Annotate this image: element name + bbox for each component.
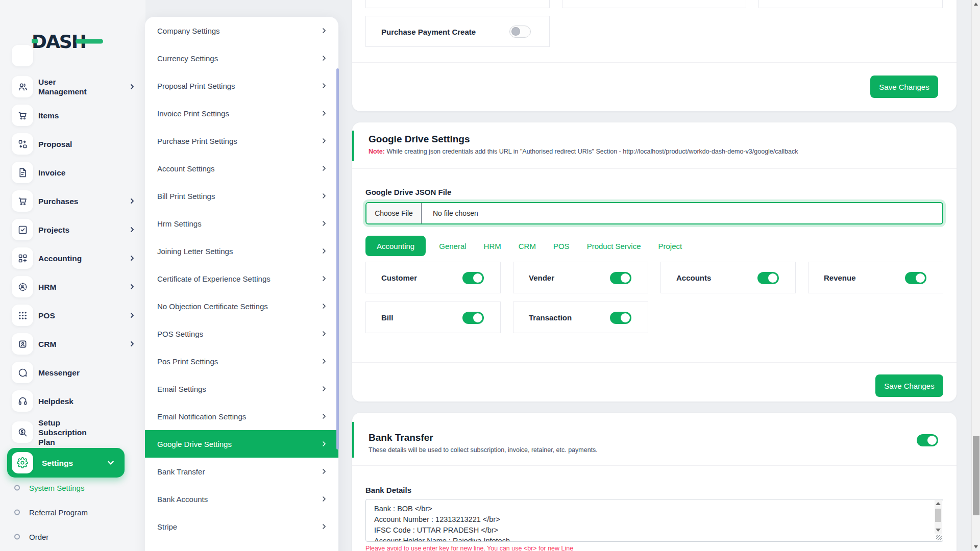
sidebar-item-purchases[interactable]: Purchases [0,187,145,215]
sidebar-item-pos[interactable]: POS [0,301,145,330]
sidebar-item-helpdesk[interactable]: Helpdesk [0,387,145,415]
chevron-right-icon [129,312,135,318]
toggle-label: Purchase Payment Create [381,27,476,36]
textarea-scrollbar[interactable] [935,500,942,534]
file-chosen-text: No file chosen [422,203,478,223]
circle-icon [14,534,20,540]
menu-item-invoice-print-settings[interactable]: Invoice Print Settings [145,99,338,127]
sidebar-subitem-system-settings[interactable]: System Settings [0,478,145,498]
tab-product-service[interactable]: Product Service [587,242,641,251]
save-changes-button[interactable]: Save Changes [875,374,943,397]
menu-item-no-objection-certificate-settings[interactable]: No Objection Certificate Settings [145,292,338,320]
menu-item-account-settings[interactable]: Account Settings [145,155,338,182]
sidebar-item-invoice[interactable]: Invoice [0,158,145,187]
menu-item-currency-settings[interactable]: Currency Settings [145,44,338,72]
sidebar-item-crm[interactable]: CRM [0,330,145,358]
sidebar-item-accounting[interactable]: Accounting [0,244,145,272]
sidebar-item-setup-subscription-plan[interactable]: Setup Subscription Plan [0,415,145,449]
menu-item-email-notification-settings[interactable]: Email Notification Settings [145,403,338,430]
sidebar-subitem-order[interactable]: Order [0,527,145,547]
toggle-label: Customer [381,273,417,282]
gear-icon [12,452,33,473]
menu-item-pos-print-settings[interactable]: Pos Print Settings [145,347,338,375]
setting-cell-partial [758,0,943,8]
sidebar-item-user-management[interactable]: User Management [0,72,145,101]
google-drive-json-file-input[interactable]: Choose File No file chosen [365,202,943,224]
sidebar-item-label: Proposal [38,139,102,149]
page-scrollbar[interactable] [971,0,980,551]
transaction-toggle[interactable] [610,312,631,324]
toggle-label: Vender [529,273,554,282]
menu-item-proposal-print-settings[interactable]: Proposal Print Settings [145,72,338,99]
chevron-right-icon [321,523,327,530]
menu-item-stripe[interactable]: Stripe [145,513,338,540]
menu-item-label: Joining Letter Settings [157,247,233,256]
menu-item-purchase-print-settings[interactable]: Purchase Print Settings [145,127,338,155]
menu-item-paypal[interactable]: Paypal [145,540,338,551]
sidebar-item-hrm[interactable]: HRM [0,272,145,301]
scroll-down-icon[interactable] [974,545,978,548]
bill-toggle[interactable] [462,312,484,324]
menu-item-company-settings[interactable]: Company Settings [145,17,338,44]
card-divider [352,168,957,169]
bank-transfer-toggle[interactable] [917,434,938,446]
menu-item-email-settings[interactable]: Email Settings [145,375,338,403]
scroll-up-icon[interactable] [974,3,978,6]
menu-item-joining-letter-settings[interactable]: Joining Letter Settings [145,237,338,265]
sidebar-item-label: Accounting [38,254,102,263]
page-scroll-thumb[interactable] [973,436,979,515]
purchase-payment-create-toggle[interactable] [509,26,531,38]
pos-grid-icon [12,305,33,326]
scroll-down-icon[interactable] [936,529,941,532]
menu-item-label: Hrm Settings [157,219,202,228]
customer-toggle[interactable] [462,272,484,284]
setting-cell-partial [562,0,746,8]
textarea-scroll-thumb[interactable] [935,509,941,522]
menu-item-label: Email Settings [157,385,206,393]
menu-item-label: Invoice Print Settings [157,109,229,118]
sidebar-subitem-referral-program[interactable]: Referral Program [0,502,145,522]
chevron-right-icon [321,165,327,171]
search-dollar-icon [12,421,33,443]
vender-toggle[interactable] [610,272,631,284]
tab-hrm[interactable]: HRM [484,242,501,251]
menu-item-bank-accounts[interactable]: Bank Accounts [145,485,338,513]
menu-item-label: Bill Print Settings [157,192,215,201]
card-divider [352,465,957,466]
chevron-right-icon [321,248,327,254]
chevron-right-icon [321,331,327,337]
sidebar-item-settings[interactable]: Settings [7,448,125,478]
menu-item-hrm-settings[interactable]: Hrm Settings [145,210,338,237]
toggle-label: Transaction [529,313,572,322]
menu-item-bank-transfer[interactable]: Bank Transfer [145,458,338,485]
menu-item-google-drive-settings[interactable]: Google Drive Settings [145,430,338,458]
chevron-right-icon [321,468,327,474]
circle-icon [14,510,20,515]
tab-crm[interactable]: CRM [519,242,536,251]
card-divider [352,62,957,63]
revenue-toggle[interactable] [905,272,926,284]
sidebar-item-items[interactable]: Items [0,101,145,130]
choose-file-button[interactable]: Choose File [366,203,422,223]
newline-warning-text: Pleave avoid to use enter key for new li… [365,545,573,551]
sidebar-item-projects[interactable]: Projects [0,215,145,244]
scrolled-item-partial[interactable] [12,45,33,66]
save-changes-button[interactable]: Save Changes [870,76,938,98]
toggle-cell-accounts: Accounts [660,262,796,293]
card-title: Bank Transfer [369,432,433,443]
tab-project[interactable]: Project [658,242,682,251]
scroll-up-icon[interactable] [936,502,941,505]
menu-item-certificate-of-experience-settings[interactable]: Certificate of Experience Settings [145,265,338,292]
menu-item-pos-settings[interactable]: POS Settings [145,320,338,347]
accounts-toggle[interactable] [757,272,779,284]
circle-icon [14,485,20,491]
tab-pos[interactable]: POS [553,242,570,251]
tab-general[interactable]: General [439,242,466,251]
resize-grip-icon[interactable] [936,535,942,540]
tab-accounting[interactable]: Accounting [365,236,426,256]
sidebar-item-messenger[interactable]: Messenger [0,358,145,387]
menu-item-bill-print-settings[interactable]: Bill Print Settings [145,182,338,210]
menu-scrollbar-thumb[interactable] [336,68,339,449]
bank-details-textarea[interactable]: Bank : BOB </br> Account Number : 123132… [365,499,943,542]
sidebar-item-proposal[interactable]: Proposal [0,130,145,158]
